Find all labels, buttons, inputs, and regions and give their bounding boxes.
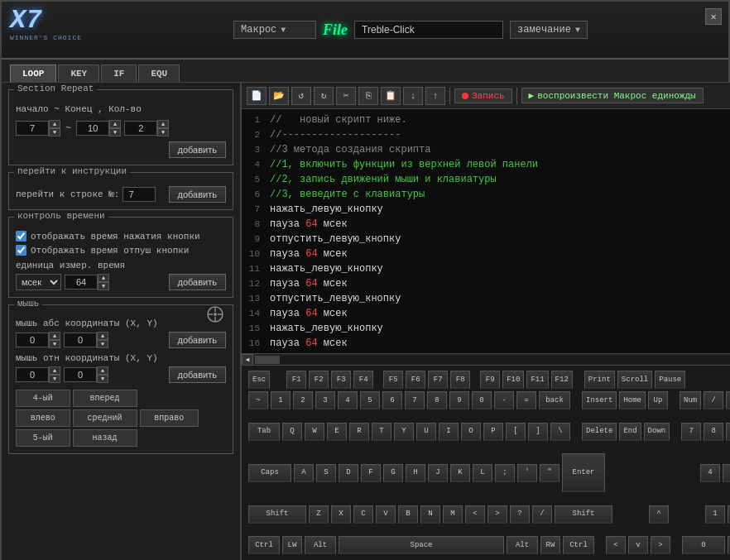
rel-y-up[interactable]: ▲ xyxy=(97,366,108,375)
key-lbracket[interactable]: [ xyxy=(506,423,526,441)
key-num5[interactable]: 5 xyxy=(723,464,730,482)
cb1-checkbox[interactable] xyxy=(16,231,26,242)
key-f2[interactable]: F2 xyxy=(309,371,329,389)
scroll-left[interactable]: ◀ xyxy=(242,354,253,366)
section-repeat-add[interactable]: добавить xyxy=(169,141,226,158)
record-button[interactable]: Запись xyxy=(454,89,512,103)
key-num7[interactable]: 7 xyxy=(681,423,701,441)
tab-key[interactable]: KEY xyxy=(58,65,99,82)
key-i[interactable]: I xyxy=(439,423,459,441)
key-5[interactable]: 5 xyxy=(360,391,380,409)
key-num8[interactable]: 8 xyxy=(704,423,723,441)
new-btn[interactable]: 📄 xyxy=(247,87,267,105)
up-btn[interactable]: ↑ xyxy=(425,87,445,105)
key-s[interactable]: S xyxy=(316,464,336,482)
key-q[interactable]: Q xyxy=(282,423,302,441)
key-n[interactable]: N xyxy=(420,505,440,524)
scroll-track[interactable] xyxy=(255,356,730,364)
key-f8[interactable]: F8 xyxy=(450,371,470,389)
key-period[interactable]: > xyxy=(487,505,507,524)
key-quote[interactable]: ' xyxy=(517,464,537,482)
key-scroll[interactable]: Scroll xyxy=(617,371,652,389)
paste-btn[interactable]: 📋 xyxy=(381,87,401,105)
filename-input[interactable] xyxy=(354,21,503,39)
rel-x-spin[interactable]: ▲ ▼ xyxy=(16,366,60,383)
tab-if[interactable]: IF xyxy=(101,65,137,82)
cut-btn[interactable]: ✂ xyxy=(336,87,356,105)
key-end[interactable]: End xyxy=(619,423,641,441)
key-b[interactable]: B xyxy=(398,505,418,524)
copy-btn[interactable]: ⎘ xyxy=(358,87,378,105)
key-r[interactable]: R xyxy=(349,423,369,441)
key-w[interactable]: W xyxy=(305,423,324,441)
key-f12[interactable]: F12 xyxy=(551,371,573,389)
rel-y-input[interactable] xyxy=(64,367,97,382)
key-esc[interactable]: Esc xyxy=(248,371,270,389)
key-numdiv[interactable]: / xyxy=(704,391,723,409)
key-pause[interactable]: Pause xyxy=(655,371,685,389)
end-input[interactable] xyxy=(76,121,109,136)
key-f[interactable]: F xyxy=(361,464,381,482)
end-spin[interactable]: ▲ ▼ xyxy=(76,120,121,136)
rel-add[interactable]: добавить xyxy=(169,366,226,383)
cb2-checkbox[interactable] xyxy=(16,245,26,256)
macro-dropdown[interactable]: Макрос ▼ xyxy=(233,21,316,39)
down-btn[interactable]: ↓ xyxy=(403,87,423,105)
key-8[interactable]: 8 xyxy=(427,391,447,409)
rel-x-down[interactable]: ▼ xyxy=(49,375,60,383)
key-c[interactable]: C xyxy=(353,505,373,524)
rel-x-input[interactable] xyxy=(16,367,49,382)
key-u[interactable]: U xyxy=(416,423,436,441)
redo-btn[interactable]: ↻ xyxy=(314,87,334,105)
end-down[interactable]: ▼ xyxy=(109,128,121,136)
key-up2[interactable]: Up xyxy=(648,391,668,409)
key-back[interactable]: back xyxy=(539,391,570,409)
key-m[interactable]: M xyxy=(443,505,463,524)
key-j[interactable]: J xyxy=(428,464,448,482)
key-a[interactable]: A xyxy=(294,464,314,482)
unit-num-down[interactable]: ▼ xyxy=(98,282,109,290)
btn-4[interactable]: 4-ый xyxy=(16,390,70,407)
key-3[interactable]: 3 xyxy=(315,391,335,409)
abs-x-up[interactable]: ▲ xyxy=(49,332,60,340)
key-l[interactable]: L xyxy=(473,464,492,482)
key-g[interactable]: G xyxy=(383,464,403,482)
undo-btn[interactable]: ↺ xyxy=(291,87,311,105)
key-num[interactable]: Num xyxy=(680,391,701,409)
unit-num-input[interactable] xyxy=(65,275,98,290)
unit-select[interactable]: мсек xyxy=(16,274,61,290)
key-lshift[interactable]: Shift xyxy=(248,505,306,524)
key-minus[interactable]: - xyxy=(494,391,514,409)
key-0[interactable]: 0 xyxy=(472,391,492,409)
crosshair-icon[interactable] xyxy=(206,305,224,323)
abs-x-spin[interactable]: ▲ ▼ xyxy=(16,332,60,348)
start-input[interactable] xyxy=(16,121,49,136)
tab-loop[interactable]: LOOP xyxy=(10,65,56,82)
key-backslash[interactable]: \ xyxy=(550,423,570,441)
key-t[interactable]: T xyxy=(372,423,391,441)
abs-x-down[interactable]: ▼ xyxy=(49,340,60,348)
key-print[interactable]: Print xyxy=(584,371,615,389)
end-up[interactable]: ▲ xyxy=(109,120,121,128)
key-ralt[interactable]: Alt xyxy=(507,536,538,554)
count-up[interactable]: ▲ xyxy=(157,120,169,128)
key-f11[interactable]: F11 xyxy=(526,371,548,389)
time-add[interactable]: добавить xyxy=(169,274,226,290)
btn-fwd[interactable]: вперед xyxy=(73,390,137,407)
key-7[interactable]: 7 xyxy=(405,391,425,409)
key-rctrl[interactable]: Ctrl xyxy=(563,536,594,554)
start-up[interactable]: ▲ xyxy=(49,120,60,128)
key-num9[interactable]: 9 xyxy=(726,423,730,441)
key-leftarrow[interactable]: < xyxy=(606,536,626,554)
key-comma[interactable]: < xyxy=(465,505,485,524)
key-lalt[interactable]: Alt xyxy=(305,536,336,554)
editor-scrollbar-x[interactable]: ◀ ▶ xyxy=(242,353,730,365)
key-f10[interactable]: F10 xyxy=(502,371,524,389)
key-slash[interactable]: / xyxy=(532,505,552,524)
key-num1[interactable]: 1 xyxy=(705,505,725,524)
key-question[interactable]: ? xyxy=(510,505,530,524)
btn-left[interactable]: влево xyxy=(16,409,70,427)
key-x[interactable]: X xyxy=(331,505,351,524)
key-z[interactable]: Z xyxy=(309,505,329,524)
goto-add[interactable]: добавить xyxy=(169,186,226,203)
